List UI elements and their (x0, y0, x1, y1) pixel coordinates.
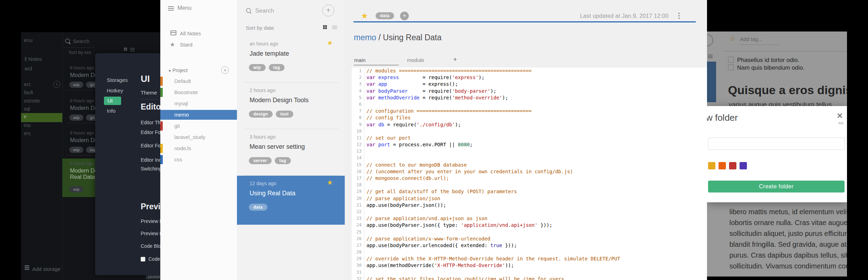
left-folder-item[interactable]: ostnote (24, 98, 40, 104)
composite-canvas: enu ll Notes ard ect + faultostnotesqlem… (0, 0, 868, 280)
grid-view-icon[interactable] (323, 25, 328, 29)
code-token: ); (490, 88, 496, 94)
folder-name-input[interactable] (708, 138, 845, 150)
folder-name: nodeJs (174, 145, 191, 151)
code-token: var (366, 75, 375, 80)
breadcrumb: memo / Using Real Data (354, 33, 442, 42)
left-search-input[interactable]: Search (73, 38, 90, 44)
tag-pill: wip (69, 186, 83, 192)
note-tags: data (249, 204, 271, 211)
new-note-button[interactable]: + (322, 5, 334, 16)
color-swatch[interactable] (740, 162, 747, 169)
left-sidebar-divider (62, 32, 63, 280)
code-token: = process.env.PORT || (390, 142, 458, 147)
add-folder-button[interactable]: + (221, 66, 229, 74)
sidebar-item-starred[interactable]: Stard (180, 42, 192, 48)
line-number: 16 (352, 168, 362, 175)
left-menu-label[interactable]: enu (24, 37, 33, 43)
left-folder-item[interactable]: e (24, 114, 27, 119)
left-folder-item[interactable]: sql (24, 106, 30, 112)
code-token: // set the static files location /public… (366, 276, 564, 280)
hamburger-menu-icon[interactable] (168, 6, 174, 12)
code-line: 10 (352, 128, 707, 135)
tab-module[interactable]: module (407, 57, 424, 63)
code-text: // set our port (364, 135, 411, 141)
star-icon[interactable]: ★ (327, 39, 333, 47)
left-sidebar-item-starred[interactable]: ard (24, 65, 32, 71)
sidebar-folder-Boostnote[interactable]: Boostnote (160, 88, 237, 97)
tag-pill[interactable]: tag (275, 157, 291, 164)
settings-nav-info[interactable]: Info (107, 108, 115, 114)
sort-by-dropdown[interactable]: Sort by date (246, 25, 274, 31)
kebab-menu-icon[interactable] (678, 13, 680, 20)
note-card[interactable]: 12 days ago★Using Real Datadata (237, 176, 345, 225)
search-input[interactable]: Search (255, 7, 274, 14)
left-note-tags: wip (69, 186, 86, 192)
left-folder-item[interactable]: ers (24, 131, 30, 136)
code-line: 26// parse application/x-www-form-urlenc… (352, 236, 707, 242)
left-sidebar-item-all-notes[interactable]: ll Notes (24, 56, 42, 62)
breadcrumb-folder[interactable]: memo (354, 33, 376, 42)
tag-pill[interactable]: tool (276, 111, 293, 118)
add-tab-button[interactable]: + (453, 56, 457, 63)
left-note-divider (66, 123, 94, 123)
left-list-view-icon[interactable] (130, 48, 135, 52)
close-icon[interactable]: ✕ (836, 112, 843, 120)
settings-nav-ui[interactable]: UI (104, 97, 121, 105)
code-line: 29// override with the X-HTTP-Method-Ove… (352, 255, 707, 262)
tag-pill[interactable]: server (249, 157, 272, 164)
settings-nav-hotkey[interactable]: Hotkey (107, 88, 123, 93)
list-view-icon[interactable] (332, 26, 337, 30)
code-text: // override with the X-HTTP-Method-Overr… (364, 255, 620, 262)
sidebar-folder-laravel_study[interactable]: laravel_study (160, 132, 237, 142)
project-section[interactable]: ▼ Project (168, 68, 188, 73)
sidebar-folder-css[interactable]: css (160, 155, 237, 164)
code-token: = express(); (387, 81, 458, 87)
folder-color-swatches (708, 162, 845, 169)
color-swatch[interactable] (729, 162, 736, 169)
left-folder-item[interactable]: mo (24, 122, 30, 128)
menu-label[interactable]: Menu (177, 5, 191, 11)
color-swatch[interactable] (708, 162, 715, 169)
left-note-divider (66, 155, 94, 155)
code-token: // (uncomment after you enter in your ow… (366, 169, 573, 174)
code-token: db (378, 122, 384, 127)
add-storage-button[interactable]: Add storage (32, 266, 61, 272)
left-sort-label[interactable]: Sort by xxx (69, 50, 91, 55)
sidebar-folder-memo[interactable]: memo (160, 110, 237, 120)
left-folder-item[interactable]: fault (24, 90, 33, 95)
note-card[interactable]: 3 hours agoMean server settingservertag (237, 129, 345, 176)
color-swatch[interactable] (719, 162, 726, 169)
note-star-icon[interactable]: ★ (361, 11, 368, 21)
add-tag-button[interactable]: + (400, 12, 409, 20)
checkbox-icon[interactable] (141, 257, 145, 261)
star-icon[interactable]: ★ (327, 178, 333, 187)
sidebar-folder-nodeJs[interactable]: nodeJs (160, 144, 237, 153)
note-card[interactable]: 2 hours agoModern Design Toolsdesigntool (237, 83, 345, 129)
note-tag-pill[interactable]: data (376, 12, 394, 19)
create-folder-button[interactable]: Create folder (708, 181, 845, 192)
line-number: 7 (352, 108, 362, 114)
line-number: 5 (352, 94, 362, 101)
tab-main[interactable]: main (354, 57, 366, 63)
note-title: Jade template (250, 50, 289, 57)
code-token: app.use(bodyParser.json({ type: (366, 222, 461, 228)
sidebar-folder-mysql[interactable]: mysql (160, 99, 237, 108)
left-grid-view-icon[interactable] (124, 48, 128, 51)
left-project-label[interactable]: ect (24, 82, 30, 87)
note-card[interactable]: an hours ago★Jade templatewiptag (237, 36, 345, 83)
settings-preview-item: Preview F (141, 231, 160, 236)
code-editor[interactable]: 1// modules ============================… (352, 68, 707, 280)
code-token: // parse application/json (366, 196, 440, 201)
settings-nav-storages[interactable]: Storages (107, 77, 128, 83)
settings-checkbox-label: Code B (148, 256, 160, 262)
sidebar-folder-Default[interactable]: Default (160, 76, 237, 86)
sidebar-item-all-notes[interactable]: All Notes (180, 30, 201, 36)
left-add-folder-button[interactable]: + (53, 81, 60, 88)
tag-pill[interactable]: data (249, 204, 267, 211)
tag-pill[interactable]: tag (269, 64, 285, 71)
settings-checkbox-row[interactable]: Code B (141, 256, 160, 262)
sidebar-folder-git[interactable]: git (160, 121, 237, 131)
tag-pill[interactable]: wip (249, 64, 266, 71)
tag-pill[interactable]: design (249, 111, 273, 118)
